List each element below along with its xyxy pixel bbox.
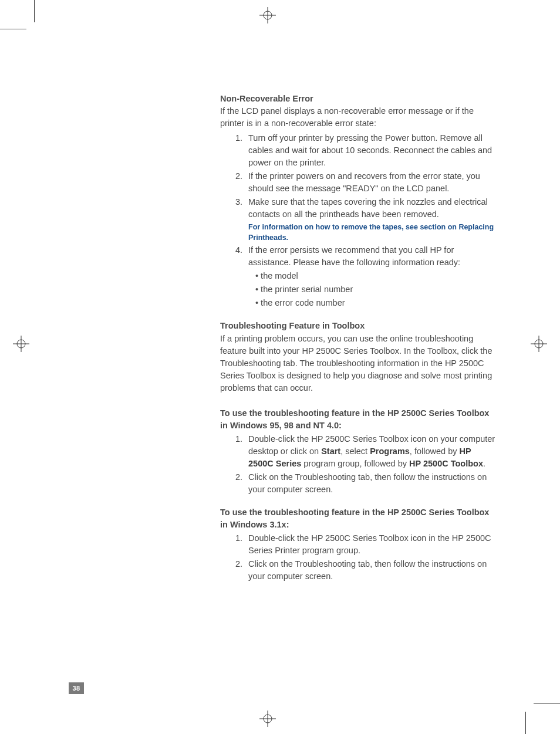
list-item: Click on the Troubleshooting tab, then f… [245, 471, 496, 496]
registration-mark-icon [259, 711, 276, 727]
page-number: 38 [69, 682, 84, 694]
section-heading: Troubleshooting Feature in Toolbox [220, 320, 496, 332]
registration-mark-icon [259, 7, 276, 23]
list-item: Turn off your printer by pressing the Po… [245, 132, 496, 169]
crop-mark [0, 29, 26, 29]
bullet-list: the model the printer serial number the … [248, 270, 496, 309]
list-item: If the printer powers on and recovers fr… [245, 170, 496, 195]
bullet-item: the model [252, 270, 496, 282]
section-heading: To use the troubleshooting feature in th… [220, 506, 496, 531]
numbered-list: Double-click the HP 2500C Series Toolbox… [220, 532, 496, 583]
section-intro: If the LCD panel displays a non-recovera… [220, 105, 496, 130]
list-item: Double-click the HP 2500C Series Toolbox… [245, 433, 496, 470]
list-item: Double-click the HP 2500C Series Toolbox… [245, 532, 496, 557]
list-item: Click on the Troubleshooting tab, then f… [245, 558, 496, 583]
section-heading: To use the troubleshooting feature in th… [220, 407, 496, 432]
section-paragraph: If a printing problem occurs, you can us… [220, 333, 496, 394]
registration-mark-icon [531, 336, 547, 352]
section-heading: Non-Recoverable Error [220, 93, 496, 105]
list-item: If the error persists we recommend that … [245, 244, 496, 309]
numbered-list: Double-click the HP 2500C Series Toolbox… [220, 433, 496, 496]
list-item: Make sure that the tapes covering the in… [245, 196, 496, 243]
crop-mark [534, 703, 560, 703]
crop-mark [34, 0, 35, 22]
list-item-text: If the error persists we recommend that … [248, 245, 460, 267]
crop-mark [525, 712, 526, 734]
numbered-list: Turn off your printer by pressing the Po… [220, 132, 496, 309]
list-item-text: Make sure that the tapes covering the in… [248, 197, 488, 219]
bullet-item: the error code number [252, 297, 496, 309]
page-body: Non-Recoverable Error If the LCD panel d… [220, 93, 496, 593]
registration-mark-icon [13, 336, 29, 352]
bullet-item: the printer serial number [252, 283, 496, 296]
inline-note: For information on how to remove the tap… [248, 222, 496, 243]
